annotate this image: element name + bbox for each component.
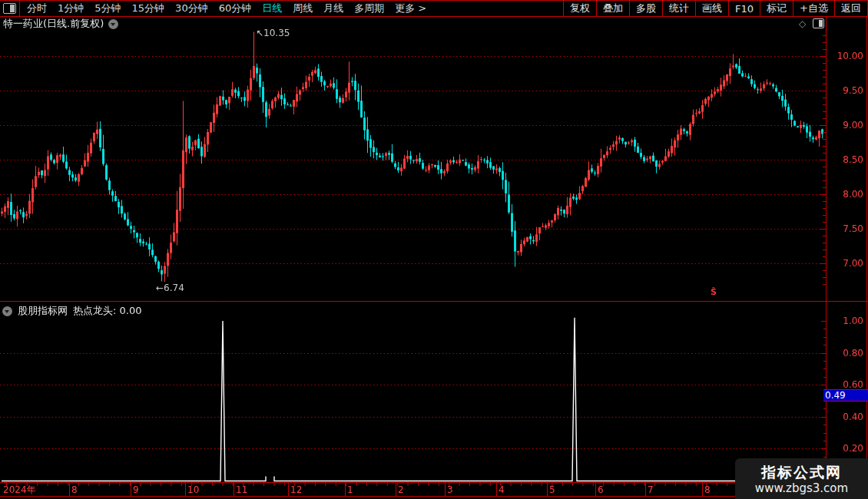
toolbar-action-button[interactable]: 叠加 [596,1,629,16]
period-tab[interactable]: 分时 [22,2,52,15]
date-axis-label: 1 [347,484,353,496]
indicator-source: 股朋指标网 [18,304,68,318]
toolbar-action-button[interactable]: 复权 [563,1,596,16]
price-chart-canvas[interactable] [0,17,868,499]
indicator-axis-label: 0.80 [828,348,863,359]
split-window-icon [3,3,16,14]
title-chevron-down-icon[interactable] [108,19,118,29]
price-axis-label: 10.00 [828,51,863,61]
date-axis-label: 11 [236,484,247,496]
period-tab[interactable]: 周线 [287,2,318,15]
window-layout-button[interactable] [0,1,20,16]
date-axis-label: 12 [290,484,302,496]
date-axis-label: 8 [704,484,711,496]
toolbar-action-button[interactable]: 统计 [662,1,695,16]
low-price-callout: ←6.74 [156,283,184,293]
date-axis-label: 4 [499,484,505,496]
toolbar-action-button[interactable]: 画线 [695,1,728,16]
trading-app-window: { "colors":{"frame_red":"#c80000","grid_… [0,0,868,499]
toolbar-action-button[interactable]: +自选 [793,1,834,16]
date-axis-label: 2024年 [3,484,36,496]
chart-corner-icons: ◇ [799,18,824,28]
date-axis-label: 2 [398,484,404,496]
indicator-name-value: 热点龙头: 0.00 [73,304,141,318]
price-axis-label: 9.50 [828,85,863,96]
chart-title-bar: 特一药业(日线.前复权) [0,17,118,31]
indicator-axis-label: 1.00 [828,316,863,326]
signal-marker: Ŝ [711,287,717,297]
toolbar-action-button[interactable]: 多股 [629,1,662,16]
period-tab[interactable]: 月线 [318,2,349,15]
watermark-site-url: www.zbgs3.com [755,481,848,495]
top-toolbar: 分时1分钟5分钟15分钟30分钟60分钟日线周线月线多周期更多 > 复权叠加多股… [0,0,868,17]
high-price-callout: ↖10.35 [256,28,290,38]
period-tab[interactable]: 15分钟 [127,2,171,15]
price-axis-label: 7.00 [828,258,863,269]
watermark: 指标公式网 www.zbgs3.com [735,458,868,499]
price-axis-label: 8.50 [828,154,863,165]
price-axis-label: 9.00 [828,120,863,131]
indicator-axis-label: 0.40 [828,411,863,422]
period-tab[interactable]: 日线 [257,2,287,15]
price-axis-label: 8.00 [828,189,863,200]
date-axis-label: 5 [549,484,555,496]
period-tab[interactable]: 30分钟 [170,2,214,15]
period-tab[interactable]: 更多 > [389,2,432,15]
period-tabs: 分时1分钟5分钟15分钟30分钟60分钟日线周线月线多周期更多 > [20,1,432,16]
indicator-axis-label: 0.60 [828,379,863,390]
indicator-axis-label: 0.20 [828,443,863,454]
watermark-site-name: 指标公式网 [761,463,842,481]
diamond-icon[interactable]: ◇ [799,19,806,28]
period-tab[interactable]: 5分钟 [89,2,126,15]
panel-split-icon[interactable] [813,18,824,28]
toolbar-action-button[interactable]: 返回 [834,1,868,16]
indicator-value-marker: 0.49 [823,389,868,402]
period-tab[interactable]: 1分钟 [52,2,89,15]
action-buttons: 复权叠加多股统计画线F10标记+自选返回 [563,1,868,16]
indicator-chevron-down-icon[interactable] [2,306,12,316]
price-axis-label: 7.50 [828,223,863,234]
toolbar-action-button[interactable]: 标记 [760,1,793,16]
date-axis-label: 8 [71,484,78,496]
period-tab[interactable]: 多周期 [349,2,389,15]
date-axis-label: 7 [648,484,654,496]
stock-title: 特一药业(日线.前复权) [3,17,104,31]
period-tab[interactable]: 60分钟 [214,2,257,15]
date-axis-label: 6 [598,484,604,496]
date-axis-label: 9 [133,484,139,496]
toolbar-action-button[interactable]: F10 [728,1,760,16]
indicator-header: 股朋指标网 热点龙头: 0.00 [2,304,141,318]
date-axis-label: 10 [187,484,199,496]
date-axis-label: 3 [447,484,453,496]
